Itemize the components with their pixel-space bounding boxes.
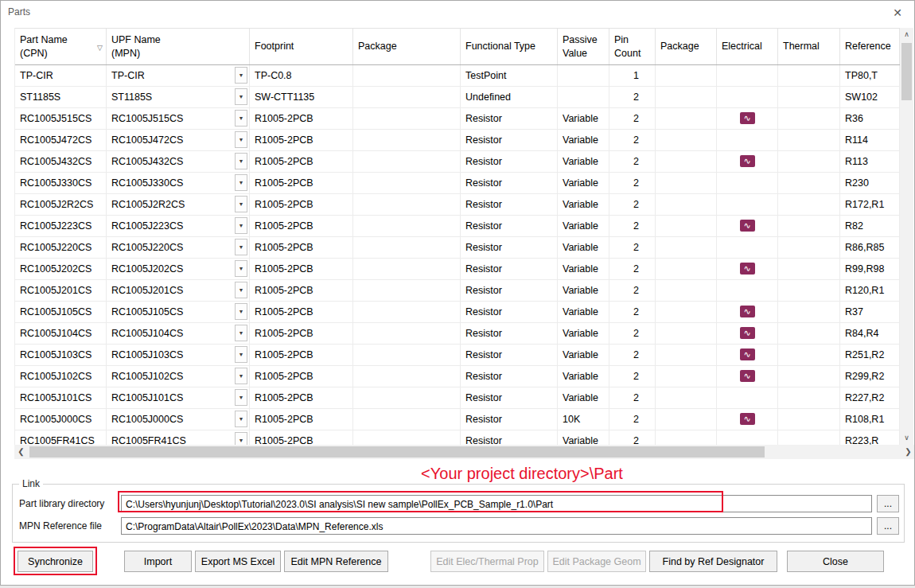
cell-functional: Resistor (461, 194, 558, 215)
scroll-right-icon[interactable]: ❯ (901, 445, 915, 459)
window-title: Parts (8, 6, 30, 18)
table-row[interactable]: RC1005J472CSRC1005J472CS▼R1005-2PCBResis… (15, 130, 901, 151)
column-header-package1[interactable]: Package (353, 29, 461, 64)
cell-package2 (656, 387, 717, 408)
cell-cpn: RC1005FR41CS (15, 430, 107, 445)
table-row[interactable]: ST1185SST1185S▼SW-CTT1135Undefined2SW102 (15, 87, 901, 108)
electrical-model-icon[interactable]: ∿ (740, 263, 755, 275)
column-header-reference[interactable]: Reference (840, 29, 900, 64)
mpn-dropdown-icon[interactable]: ▼ (235, 110, 247, 127)
cell-pin: 2 (609, 259, 656, 279)
scroll-left-icon[interactable]: ❮ (14, 445, 28, 459)
electrical-model-icon[interactable]: ∿ (740, 349, 755, 360)
table-row[interactable]: RC1005J2R2CSRC1005J2R2CS▼R1005-2PCBResis… (15, 194, 901, 216)
column-header-package2[interactable]: Package (656, 29, 717, 64)
cell-package1 (353, 323, 461, 344)
mpn-dropdown-icon[interactable]: ▼ (235, 131, 247, 148)
mpn-dropdown-icon[interactable]: ▼ (235, 368, 247, 384)
table-row[interactable]: RC1005J330CSRC1005J330CS▼R1005-2PCBResis… (15, 173, 901, 194)
cell-package1 (353, 130, 461, 150)
browse-part-library-button[interactable]: ... (877, 495, 899, 512)
mpn-dropdown-icon[interactable]: ▼ (235, 346, 247, 363)
mpn-dropdown-icon[interactable]: ▼ (235, 432, 247, 445)
mpn-dropdown-icon[interactable]: ▼ (235, 196, 247, 212)
vertical-scrollbar[interactable]: ∧ ∨ (900, 28, 913, 445)
mpn-dropdown-icon[interactable]: ▼ (235, 67, 247, 84)
annotation-text: <Your project directory>\Part (1, 465, 915, 483)
cell-cpn: RC1005J201CS (15, 280, 107, 301)
import-button[interactable]: Import (124, 551, 192, 572)
mpn-dropdown-icon[interactable]: ▼ (235, 88, 247, 105)
electrical-model-icon[interactable]: ∿ (740, 306, 755, 317)
column-header-thermal[interactable]: Thermal (778, 29, 840, 64)
browse-mpn-reference-button[interactable]: ... (877, 517, 899, 535)
export-ms-excel-button[interactable]: Export MS Excel (195, 551, 281, 572)
electrical-model-icon[interactable]: ∿ (740, 155, 755, 167)
mpn-dropdown-icon[interactable]: ▼ (235, 325, 247, 341)
table-row[interactable]: RC1005J105CSRC1005J105CS▼R1005-2PCBResis… (15, 302, 901, 323)
sort-filter-icon[interactable]: ▽ (97, 44, 103, 52)
mpn-dropdown-icon[interactable]: ▼ (235, 303, 247, 320)
cell-passive: Variable (558, 323, 609, 344)
table-row[interactable]: RC1005J432CSRC1005J432CS▼R1005-2PCBResis… (15, 151, 901, 173)
electrical-model-icon[interactable]: ∿ (740, 370, 755, 382)
mpn-dropdown-icon[interactable]: ▼ (235, 411, 247, 427)
column-header-mpn[interactable]: UPF Name (MPN) (107, 29, 250, 64)
table-row[interactable]: RC1005J220CSRC1005J220CS▼R1005-2PCBResis… (15, 237, 901, 259)
horizontal-scroll-thumb[interactable] (29, 446, 765, 458)
mpn-dropdown-icon[interactable]: ▼ (235, 239, 247, 255)
column-header-cpn[interactable]: Part Name (CPN)▽ (15, 29, 107, 64)
electrical-model-icon[interactable]: ∿ (740, 220, 755, 232)
mpn-dropdown-icon[interactable]: ▼ (235, 153, 247, 169)
synchronize-button[interactable]: Synchronize (18, 551, 93, 572)
cell-reference: R172,R1 (840, 194, 900, 215)
column-header-passive[interactable]: Passive Value (558, 29, 609, 64)
vertical-scroll-thumb[interactable] (901, 43, 912, 100)
table-row[interactable]: RC1005J101CSRC1005J101CS▼R1005-2PCBResis… (15, 387, 901, 409)
mpn-dropdown-icon[interactable]: ▼ (235, 260, 247, 277)
column-header-footprint[interactable]: Footprint (250, 29, 353, 64)
table-row[interactable]: RC1005J103CSRC1005J103CS▼R1005-2PCBResis… (15, 345, 901, 366)
close-icon[interactable]: ✕ (886, 4, 909, 21)
horizontal-scrollbar[interactable]: ❮ ❯ (14, 445, 915, 459)
cell-thermal (778, 409, 840, 430)
mpn-dropdown-icon[interactable]: ▼ (235, 217, 247, 234)
table-row[interactable]: RC1005J102CSRC1005J102CS▼R1005-2PCBResis… (15, 366, 901, 387)
column-header-electrical[interactable]: Electrical (717, 29, 778, 64)
mpn-value: RC1005J432CS (111, 156, 183, 167)
cell-functional: Undefined (461, 87, 558, 107)
scroll-down-icon[interactable]: ∨ (900, 431, 913, 445)
electrical-model-icon[interactable]: ∿ (740, 413, 755, 425)
part-library-directory-field[interactable]: C:\Users\hyunjunj\Desktop\Tutorial\2023.… (121, 495, 872, 512)
mpn-dropdown-icon[interactable]: ▼ (235, 282, 247, 298)
cell-pin: 2 (609, 151, 656, 172)
table-row[interactable]: RC1005J000CSRC1005J000CS▼R1005-2PCBResis… (15, 409, 901, 430)
table-row[interactable]: RC1005J223CSRC1005J223CS▼R1005-2PCBResis… (15, 216, 901, 237)
mpn-dropdown-icon[interactable]: ▼ (235, 389, 247, 406)
cell-thermal (778, 259, 840, 279)
table-row[interactable]: TP-CIRTP-CIR▼TP-C0.8TestPoint1TP80,T (15, 65, 901, 87)
close-button[interactable]: Close (787, 551, 884, 572)
cell-footprint: R1005-2PCB (250, 194, 353, 215)
cell-electrical (717, 430, 778, 445)
scroll-up-icon[interactable]: ∧ (900, 28, 913, 41)
cell-functional: TestPoint (461, 65, 558, 86)
table-row[interactable]: RC1005FR41CSRC1005FR41CS▼R1005-2PCBResis… (15, 430, 901, 445)
column-header-functional[interactable]: Functional Type (461, 29, 558, 64)
find-by-ref-designator-button[interactable]: Find by Ref Designator (649, 551, 777, 572)
cell-pin: 2 (609, 345, 656, 365)
table-row[interactable]: RC1005J201CSRC1005J201CS▼R1005-2PCBResis… (15, 280, 901, 302)
cell-cpn: RC1005J223CS (15, 216, 107, 236)
electrical-model-icon[interactable]: ∿ (740, 112, 755, 124)
mpn-reference-file-field[interactable]: C:\ProgramData\Altair\PollEx\2023\Data\M… (121, 517, 872, 535)
table-row[interactable]: RC1005J515CSRC1005J515CS▼R1005-2PCBResis… (15, 108, 901, 130)
column-header-pin[interactable]: Pin Count (609, 29, 656, 64)
table-row[interactable]: RC1005J202CSRC1005J202CS▼R1005-2PCBResis… (15, 259, 901, 280)
cell-footprint: SW-CTT1135 (250, 87, 353, 107)
edit-mpn-reference-button[interactable]: Edit MPN Reference (284, 551, 388, 572)
table-row[interactable]: RC1005J104CSRC1005J104CS▼R1005-2PCBResis… (15, 323, 901, 345)
electrical-model-icon[interactable]: ∿ (740, 327, 755, 339)
cell-passive: Variable (558, 345, 609, 365)
cell-reference: R230 (840, 173, 900, 193)
mpn-dropdown-icon[interactable]: ▼ (235, 174, 247, 191)
